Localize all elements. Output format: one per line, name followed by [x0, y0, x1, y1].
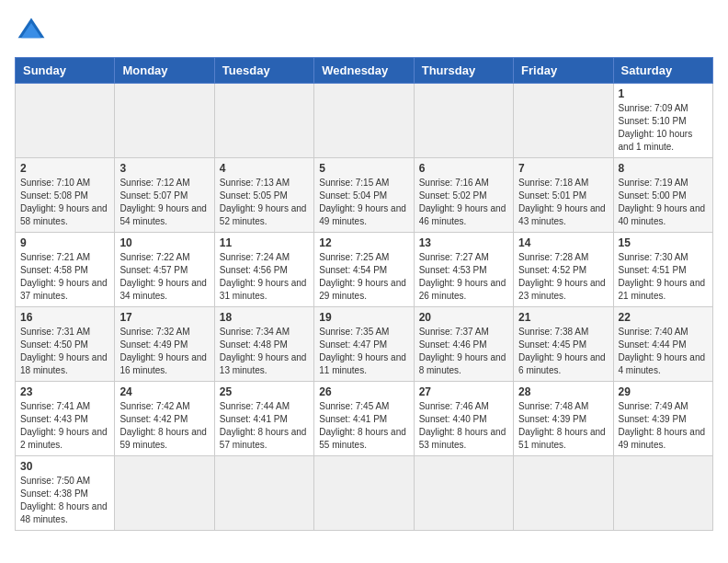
day-number: 29: [619, 385, 708, 398]
calendar-day-cell: [613, 456, 712, 531]
day-number: 14: [518, 236, 608, 249]
calendar-day-cell: 19Sunrise: 7:35 AM Sunset: 4:47 PM Dayli…: [314, 307, 414, 382]
day-number: 7: [518, 162, 608, 175]
calendar-day-cell: [314, 84, 414, 158]
day-number: 12: [319, 236, 408, 249]
day-number: 2: [20, 162, 109, 175]
generalblue-logo-icon: [15, 15, 48, 48]
calendar-week-row: 2Sunrise: 7:10 AM Sunset: 5:08 PM Daylig…: [16, 158, 713, 233]
calendar-day-cell: 28Sunrise: 7:48 AM Sunset: 4:39 PM Dayli…: [514, 382, 613, 456]
day-info: Sunrise: 7:46 AM Sunset: 4:40 PM Dayligh…: [419, 400, 508, 452]
calendar-day-cell: [214, 456, 313, 531]
day-info: Sunrise: 7:31 AM Sunset: 4:50 PM Dayligh…: [20, 326, 109, 377]
calendar-day-cell: 13Sunrise: 7:27 AM Sunset: 4:53 PM Dayli…: [414, 233, 513, 307]
calendar-day-cell: 8Sunrise: 7:19 AM Sunset: 5:00 PM Daylig…: [613, 158, 712, 233]
weekday-header-thursday: Thursday: [414, 58, 513, 84]
calendar-day-cell: 22Sunrise: 7:40 AM Sunset: 4:44 PM Dayli…: [613, 307, 712, 382]
day-info: Sunrise: 7:28 AM Sunset: 4:52 PM Dayligh…: [518, 251, 608, 303]
day-info: Sunrise: 7:25 AM Sunset: 4:54 PM Dayligh…: [319, 251, 408, 303]
calendar-day-cell: 12Sunrise: 7:25 AM Sunset: 4:54 PM Dayli…: [314, 233, 414, 307]
calendar-day-cell: 16Sunrise: 7:31 AM Sunset: 4:50 PM Dayli…: [16, 307, 115, 382]
calendar-day-cell: 30Sunrise: 7:50 AM Sunset: 4:38 PM Dayli…: [16, 456, 115, 531]
weekday-header-friday: Friday: [514, 58, 613, 84]
calendar-day-cell: 5Sunrise: 7:15 AM Sunset: 5:04 PM Daylig…: [314, 158, 414, 233]
day-info: Sunrise: 7:10 AM Sunset: 5:08 PM Dayligh…: [20, 177, 109, 228]
calendar-day-cell: [414, 456, 513, 531]
calendar-day-cell: [314, 456, 414, 531]
day-number: 4: [220, 162, 309, 175]
day-number: 1: [619, 87, 708, 100]
day-info: Sunrise: 7:30 AM Sunset: 4:51 PM Dayligh…: [619, 251, 708, 303]
day-info: Sunrise: 7:44 AM Sunset: 4:41 PM Dayligh…: [220, 400, 309, 452]
day-info: Sunrise: 7:15 AM Sunset: 5:04 PM Dayligh…: [319, 177, 408, 228]
day-number: 19: [319, 311, 408, 324]
day-info: Sunrise: 7:35 AM Sunset: 4:47 PM Dayligh…: [319, 326, 408, 377]
calendar-day-cell: 29Sunrise: 7:49 AM Sunset: 4:39 PM Dayli…: [613, 382, 712, 456]
calendar-day-cell: 20Sunrise: 7:37 AM Sunset: 4:46 PM Dayli…: [414, 307, 513, 382]
day-number: 25: [220, 385, 309, 398]
day-number: 30: [20, 460, 109, 473]
day-number: 28: [518, 385, 608, 398]
calendar-day-cell: [115, 84, 214, 158]
calendar-day-cell: 27Sunrise: 7:46 AM Sunset: 4:40 PM Dayli…: [414, 382, 513, 456]
calendar-day-cell: [514, 456, 613, 531]
day-info: Sunrise: 7:09 AM Sunset: 5:10 PM Dayligh…: [619, 102, 708, 154]
calendar-day-cell: 23Sunrise: 7:41 AM Sunset: 4:43 PM Dayli…: [16, 382, 115, 456]
calendar-week-row: 30Sunrise: 7:50 AM Sunset: 4:38 PM Dayli…: [16, 456, 713, 531]
calendar-day-cell: 15Sunrise: 7:30 AM Sunset: 4:51 PM Dayli…: [613, 233, 712, 307]
calendar-day-cell: 14Sunrise: 7:28 AM Sunset: 4:52 PM Dayli…: [514, 233, 613, 307]
day-info: Sunrise: 7:45 AM Sunset: 4:41 PM Dayligh…: [319, 400, 408, 452]
day-info: Sunrise: 7:32 AM Sunset: 4:49 PM Dayligh…: [119, 326, 209, 377]
day-number: 27: [419, 385, 508, 398]
calendar-day-cell: 7Sunrise: 7:18 AM Sunset: 5:01 PM Daylig…: [514, 158, 613, 233]
day-number: 5: [319, 162, 408, 175]
calendar-day-cell: 4Sunrise: 7:13 AM Sunset: 5:05 PM Daylig…: [214, 158, 313, 233]
calendar-week-row: 9Sunrise: 7:21 AM Sunset: 4:58 PM Daylig…: [16, 233, 713, 307]
day-number: 11: [220, 236, 309, 249]
day-info: Sunrise: 7:16 AM Sunset: 5:02 PM Dayligh…: [419, 177, 508, 228]
day-number: 15: [619, 236, 708, 249]
day-number: 9: [20, 236, 109, 249]
calendar-day-cell: 11Sunrise: 7:24 AM Sunset: 4:56 PM Dayli…: [214, 233, 313, 307]
calendar-day-cell: 2Sunrise: 7:10 AM Sunset: 5:08 PM Daylig…: [16, 158, 115, 233]
weekday-header-sunday: Sunday: [16, 58, 115, 84]
calendar-day-cell: 24Sunrise: 7:42 AM Sunset: 4:42 PM Dayli…: [115, 382, 214, 456]
logo: [15, 15, 51, 48]
calendar-day-cell: 10Sunrise: 7:22 AM Sunset: 4:57 PM Dayli…: [115, 233, 214, 307]
weekday-header-tuesday: Tuesday: [214, 58, 313, 84]
day-info: Sunrise: 7:37 AM Sunset: 4:46 PM Dayligh…: [419, 326, 508, 377]
day-number: 18: [220, 311, 309, 324]
calendar-day-cell: [115, 456, 214, 531]
weekday-header-saturday: Saturday: [613, 58, 712, 84]
day-number: 16: [20, 311, 109, 324]
calendar-day-cell: [414, 84, 513, 158]
day-info: Sunrise: 7:42 AM Sunset: 4:42 PM Dayligh…: [119, 400, 209, 452]
weekday-header-wednesday: Wednesday: [314, 58, 414, 84]
day-info: Sunrise: 7:34 AM Sunset: 4:48 PM Dayligh…: [220, 326, 309, 377]
day-info: Sunrise: 7:48 AM Sunset: 4:39 PM Dayligh…: [518, 400, 608, 452]
calendar-day-cell: 3Sunrise: 7:12 AM Sunset: 5:07 PM Daylig…: [115, 158, 214, 233]
calendar-header-row: SundayMondayTuesdayWednesdayThursdayFrid…: [16, 58, 713, 84]
day-info: Sunrise: 7:49 AM Sunset: 4:39 PM Dayligh…: [619, 400, 708, 452]
calendar-day-cell: 6Sunrise: 7:16 AM Sunset: 5:02 PM Daylig…: [414, 158, 513, 233]
day-info: Sunrise: 7:19 AM Sunset: 5:00 PM Dayligh…: [619, 177, 708, 228]
day-info: Sunrise: 7:24 AM Sunset: 4:56 PM Dayligh…: [220, 251, 309, 303]
day-number: 3: [119, 162, 209, 175]
day-info: Sunrise: 7:41 AM Sunset: 4:43 PM Dayligh…: [20, 400, 109, 452]
calendar-day-cell: 25Sunrise: 7:44 AM Sunset: 4:41 PM Dayli…: [214, 382, 313, 456]
day-number: 23: [20, 385, 109, 398]
header: [15, 15, 713, 48]
day-number: 6: [419, 162, 508, 175]
day-number: 20: [419, 311, 508, 324]
day-info: Sunrise: 7:27 AM Sunset: 4:53 PM Dayligh…: [419, 251, 508, 303]
calendar-day-cell: 1Sunrise: 7:09 AM Sunset: 5:10 PM Daylig…: [613, 84, 712, 158]
calendar-week-row: 1Sunrise: 7:09 AM Sunset: 5:10 PM Daylig…: [16, 84, 713, 158]
calendar-week-row: 16Sunrise: 7:31 AM Sunset: 4:50 PM Dayli…: [16, 307, 713, 382]
day-number: 21: [518, 311, 608, 324]
day-number: 22: [619, 311, 708, 324]
day-info: Sunrise: 7:21 AM Sunset: 4:58 PM Dayligh…: [20, 251, 109, 303]
day-info: Sunrise: 7:40 AM Sunset: 4:44 PM Dayligh…: [619, 326, 708, 377]
calendar-table: SundayMondayTuesdayWednesdayThursdayFrid…: [15, 57, 713, 531]
day-info: Sunrise: 7:13 AM Sunset: 5:05 PM Dayligh…: [220, 177, 309, 228]
day-info: Sunrise: 7:38 AM Sunset: 4:45 PM Dayligh…: [518, 326, 608, 377]
